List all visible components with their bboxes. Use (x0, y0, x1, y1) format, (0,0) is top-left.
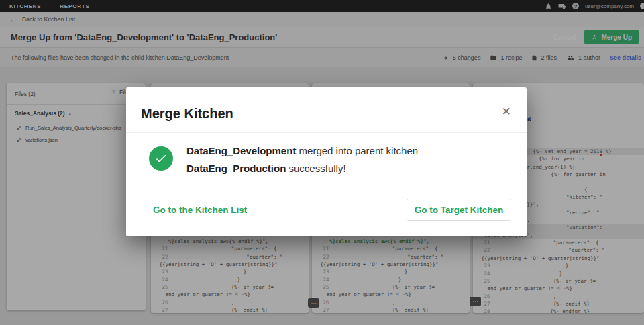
go-to-kitchen-list-link[interactable]: Go to the Kitchen List (153, 205, 247, 215)
modal-title: Merge Kitchen (141, 106, 233, 122)
close-icon[interactable]: ✕ (502, 105, 511, 119)
modal-divider (126, 132, 527, 133)
merge-kitchen-modal: Merge Kitchen ✕ DataEng_Development merg… (126, 87, 527, 236)
go-to-target-kitchen-button[interactable]: Go to Target Kitchen (407, 199, 511, 221)
success-check-icon (149, 146, 173, 171)
success-message: DataEng_Development merged into parent k… (186, 142, 482, 177)
